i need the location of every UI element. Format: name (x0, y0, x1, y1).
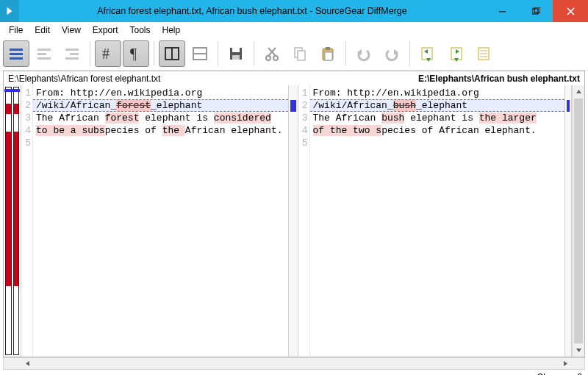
scroll-thumb[interactable] (574, 99, 583, 343)
toolbar-apply-right[interactable] (442, 40, 469, 67)
left-file-path: E:\Elephants\African forest elephant.txt (8, 74, 418, 84)
diff-workarea: 12345 From: http://en.wikipedia.org/wiki… (3, 85, 585, 357)
svg-point-24 (266, 56, 270, 60)
hscroll-track[interactable] (34, 358, 559, 369)
toolbar-cut[interactable] (259, 40, 285, 67)
svg-rect-11 (37, 57, 51, 60)
toolbar-hash[interactable]: # (95, 40, 121, 67)
toolbar-align-all[interactable] (3, 40, 29, 67)
overview-col-left[interactable] (5, 87, 12, 355)
left-editor[interactable]: 12345 From: http://en.wikipedia.org/wiki… (21, 85, 288, 357)
menu-tools[interactable]: Tools (124, 24, 157, 37)
toolbar-align-right[interactable] (59, 40, 85, 67)
left-line-numbers: 12345 (21, 85, 33, 357)
maximize-button[interactable] (519, 0, 553, 22)
toolbar-pilcrow[interactable]: ¶ (123, 40, 149, 67)
toolbar-redo[interactable] (379, 40, 405, 67)
toolbar: #¶ (0, 37, 588, 71)
toolbar-paste[interactable] (315, 40, 341, 67)
right-file-path: E:\Elephants\African bush elephant.txt (418, 74, 580, 84)
svg-rect-2 (532, 9, 538, 14)
svg-marker-46 (576, 349, 581, 352)
svg-rect-9 (37, 49, 51, 51)
right-text[interactable]: From: http://en.wikipedia.org/wiki/Afric… (310, 85, 565, 357)
right-line-numbers: 12345 (298, 85, 310, 357)
svg-rect-13 (70, 53, 79, 55)
svg-rect-22 (232, 48, 240, 52)
menu-file[interactable]: File (3, 24, 29, 37)
svg-rect-1 (499, 11, 506, 12)
scroll-right-button[interactable] (559, 358, 572, 369)
svg-rect-14 (65, 57, 79, 60)
svg-marker-0 (7, 7, 12, 15)
center-marker (290, 100, 296, 112)
menu-view[interactable]: View (56, 24, 87, 37)
left-text[interactable]: From: http://en.wikipedia.org/wiki/Afric… (33, 85, 288, 357)
vertical-scrollbar[interactable] (572, 85, 584, 357)
svg-rect-32 (325, 52, 332, 60)
toolbar-split-h[interactable] (187, 40, 213, 67)
svg-rect-8 (10, 57, 23, 60)
changes-label: Changes: (537, 372, 575, 375)
menu-help[interactable]: Help (157, 24, 187, 37)
toolbar-align-left[interactable] (31, 40, 57, 67)
window-title: African forest elephant.txt, African bus… (19, 6, 485, 16)
svg-rect-23 (232, 55, 240, 60)
file-path-bar: E:\Elephants\African forest elephant.txt… (3, 71, 585, 85)
svg-rect-6 (10, 49, 23, 51)
left-pane: 12345 From: http://en.wikipedia.org/wiki… (21, 85, 288, 357)
svg-rect-31 (326, 47, 330, 50)
scroll-up-button[interactable] (573, 85, 584, 98)
changes-count: 2 (577, 372, 582, 375)
titlebar: African forest elephant.txt, African bus… (0, 0, 588, 22)
close-button[interactable] (553, 0, 588, 22)
svg-rect-29 (298, 51, 305, 60)
scroll-left-button[interactable] (21, 358, 34, 369)
svg-rect-35 (422, 48, 432, 60)
right-edge-marker (567, 100, 570, 112)
right-edge-gutter (564, 85, 572, 357)
right-editor[interactable]: 12345 From: http://en.wikipedia.org/wiki… (298, 85, 565, 357)
toolbar-apply-left[interactable] (415, 40, 441, 67)
toolbar-copy[interactable] (287, 40, 313, 67)
toolbar-apply-both[interactable] (470, 40, 497, 67)
statusbar: Changes: 2 (0, 370, 588, 375)
app-icon (0, 0, 19, 22)
svg-rect-38 (451, 48, 462, 60)
overview-col-right[interactable] (13, 87, 20, 355)
svg-marker-45 (576, 90, 581, 93)
svg-rect-3 (534, 7, 540, 12)
svg-text:#: # (102, 46, 110, 62)
overview-ruler[interactable] (4, 85, 21, 357)
menu-export[interactable]: Export (87, 24, 124, 37)
svg-rect-10 (37, 53, 46, 55)
svg-marker-47 (26, 361, 29, 366)
toolbar-save[interactable] (223, 40, 249, 67)
menu-edit[interactable]: Edit (29, 24, 56, 37)
center-gutter (288, 85, 298, 357)
svg-rect-7 (10, 53, 23, 55)
toolbar-split-v[interactable] (159, 40, 185, 67)
horizontal-scrollbar[interactable] (3, 357, 585, 370)
toolbar-undo[interactable] (351, 40, 377, 67)
menubar: FileEditViewExportToolsHelp (0, 22, 588, 37)
scroll-down-button[interactable] (573, 344, 584, 357)
minimize-button[interactable] (485, 0, 519, 22)
svg-rect-12 (65, 49, 79, 51)
svg-text:¶: ¶ (130, 46, 137, 62)
svg-marker-48 (564, 361, 567, 366)
right-pane: 12345 From: http://en.wikipedia.org/wiki… (298, 85, 565, 357)
svg-point-25 (273, 56, 278, 60)
